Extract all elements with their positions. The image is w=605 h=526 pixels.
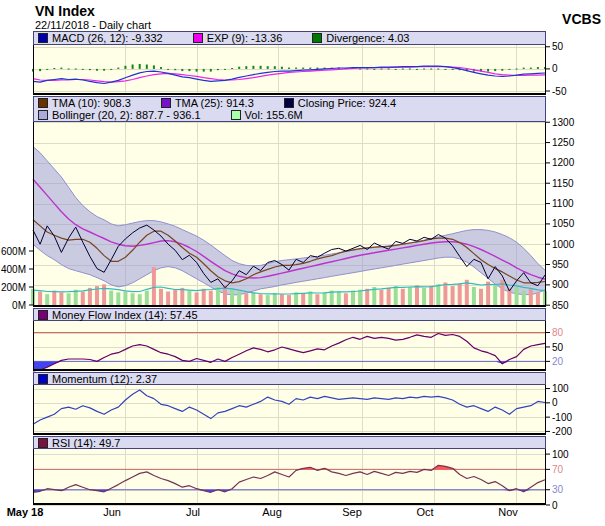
- x-axis: May 18JunJulAugSepOctNov: [0, 506, 605, 524]
- legend-swatch-icon: [38, 98, 48, 108]
- momentum-panel-chart: 1000-100-200: [0, 385, 605, 436]
- legend-label: MACD (26, 12): -9.332: [52, 32, 163, 44]
- x-axis-label: Oct: [416, 506, 433, 518]
- legend-swatch-icon: [284, 98, 294, 108]
- legend-item: Divergence: 4.03: [312, 32, 409, 44]
- vn-index-chart-window: VN Index 22/11/2018 - Daily chart VCBS M…: [0, 0, 605, 526]
- legend-label: Closing Price: 924.4: [298, 97, 396, 109]
- svg-text:-100: -100: [552, 412, 572, 423]
- legend-swatch-icon: [193, 33, 203, 43]
- page-title: VN Index: [35, 3, 95, 19]
- rsi-panel-chart: 10070300: [0, 449, 605, 506]
- svg-text:0: 0: [552, 397, 558, 408]
- svg-text:900: 900: [552, 279, 569, 290]
- legend-label: EXP (9): -13.36: [207, 32, 283, 44]
- legend-swatch-icon: [161, 98, 171, 108]
- svg-text:100: 100: [552, 449, 569, 460]
- svg-text:400M: 400M: [1, 264, 26, 275]
- rsi-legend: RSI (14): 49.7: [33, 436, 546, 449]
- svg-text:100: 100: [552, 383, 569, 394]
- legend-item: TMA (25): 914.3: [161, 97, 254, 109]
- svg-text:950: 950: [552, 259, 569, 270]
- macd-legend: MACD (26, 12): -9.332EXP (9): -13.36Dive…: [33, 31, 546, 45]
- svg-text:50: 50: [552, 342, 564, 353]
- svg-text:20: 20: [552, 356, 564, 367]
- legend-item: Vol: 155.6M: [231, 109, 303, 121]
- legend-label: Vol: 155.6M: [245, 109, 303, 121]
- svg-text:50: 50: [552, 41, 564, 52]
- legend-item: TMA (10): 908.3: [38, 97, 131, 109]
- legend-item: EXP (9): -13.36: [193, 32, 283, 44]
- svg-text:1000: 1000: [552, 239, 575, 250]
- legend-item: Bollinger (20, 2): 887.7 - 936.1: [38, 109, 201, 121]
- x-axis-label: Sep: [342, 506, 362, 518]
- svg-text:1100: 1100: [552, 198, 574, 209]
- svg-text:1200: 1200: [552, 157, 575, 168]
- price-panel-chart: 600M400M200M0M13001250120011501100105010…: [0, 122, 605, 308]
- legend-label: TMA (25): 914.3: [175, 97, 254, 109]
- mfi-legend: Money Flow Index (14): 57.45: [33, 308, 546, 321]
- x-axis-label: May 18: [7, 506, 44, 518]
- legend-item: Closing Price: 924.4: [284, 97, 396, 109]
- svg-text:0: 0: [552, 63, 558, 74]
- x-axis-label: Jul: [186, 506, 200, 518]
- svg-text:-50: -50: [552, 86, 567, 97]
- legend-swatch-icon: [38, 33, 48, 43]
- legend-label: TMA (10): 908.3: [52, 97, 131, 109]
- svg-text:1250: 1250: [552, 137, 575, 148]
- legend-label: Money Flow Index (14): 57.45: [52, 309, 198, 321]
- legend-swatch-icon: [38, 438, 48, 448]
- svg-text:1050: 1050: [552, 218, 575, 229]
- legend-swatch-icon: [231, 110, 241, 120]
- legend-swatch-icon: [38, 374, 48, 384]
- legend-label: Bollinger (20, 2): 887.7 - 936.1: [52, 109, 201, 121]
- svg-text:1300: 1300: [552, 117, 575, 128]
- legend-label: Divergence: 4.03: [326, 32, 409, 44]
- legend-item: Money Flow Index (14): 57.45: [38, 309, 198, 321]
- price-legend-row2: Bollinger (20, 2): 887.7 - 936.1Vol: 155…: [34, 109, 545, 121]
- legend-item: MACD (26, 12): -9.332: [38, 32, 163, 44]
- chart-date-subtitle: 22/11/2018 - Daily chart: [35, 19, 151, 31]
- svg-text:30: 30: [552, 484, 564, 495]
- price-legend-row1: TMA (10): 908.3TMA (25): 914.3Closing Pr…: [34, 97, 545, 109]
- legend-swatch-icon: [38, 310, 48, 320]
- svg-text:80: 80: [552, 327, 564, 338]
- momentum-legend: Momentum (12): 2.37: [33, 372, 546, 385]
- svg-text:600M: 600M: [1, 246, 26, 257]
- svg-text:200M: 200M: [1, 282, 26, 293]
- x-axis-label: Nov: [498, 506, 518, 518]
- mfi-panel-chart: 805020: [0, 321, 605, 372]
- svg-text:1150: 1150: [552, 178, 574, 189]
- legend-label: Momentum (12): 2.37: [52, 373, 157, 385]
- svg-text:70: 70: [552, 464, 564, 475]
- x-axis-label: Jun: [103, 506, 121, 518]
- svg-text:850: 850: [552, 300, 569, 311]
- svg-text:0M: 0M: [12, 300, 26, 311]
- legend-swatch-icon: [38, 110, 48, 120]
- svg-text:-200: -200: [552, 426, 572, 437]
- brand-vcbs: VCBS: [562, 11, 601, 27]
- legend-label: RSI (14): 49.7: [52, 437, 120, 449]
- macd-panel-chart: 500-50: [0, 45, 605, 96]
- x-axis-label: Aug: [262, 506, 282, 518]
- legend-item: Momentum (12): 2.37: [38, 373, 157, 385]
- price-legend: TMA (10): 908.3TMA (25): 914.3Closing Pr…: [33, 96, 546, 122]
- legend-item: RSI (14): 49.7: [38, 437, 120, 449]
- legend-swatch-icon: [312, 33, 322, 43]
